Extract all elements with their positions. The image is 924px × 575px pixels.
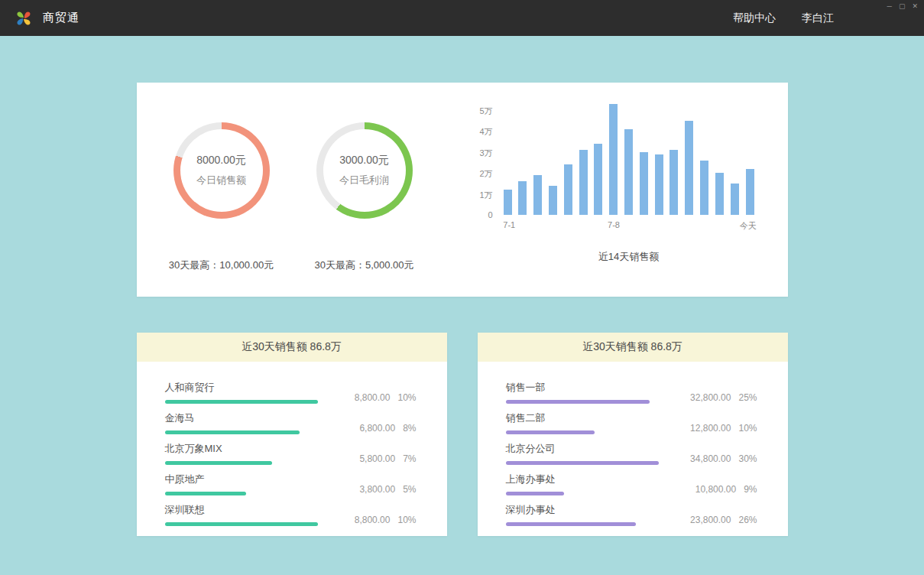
rank-name: 深圳联想 xyxy=(165,503,318,517)
rank-bar xyxy=(506,492,564,495)
sales-bar xyxy=(655,154,663,215)
rank-left: 销售二部 xyxy=(506,411,659,434)
y-tick-label: 2万 xyxy=(479,168,492,180)
rank-amount: 3,800.00 xyxy=(359,484,395,495)
sales-bar xyxy=(564,164,572,215)
rank-amount: 23,800.00 xyxy=(690,515,731,525)
rank-value: 5,800.007% xyxy=(359,453,416,465)
rank-row: 上海办事处10,800.009% xyxy=(506,466,757,495)
sales-trend-chart: 5万4万3万2万1万0 7-17-8今天 近14天销售额 xyxy=(423,83,788,297)
sales-30d-max-label: 30天最高：10,000.00元 xyxy=(169,258,274,272)
sales-bar xyxy=(533,175,542,215)
rank-card-body: 销售一部32,800.0025%销售二部12,800.0010%北京分公司34,… xyxy=(478,362,788,526)
y-axis: 5万4万3万2万1万0 xyxy=(473,110,502,215)
rank-track xyxy=(506,430,659,434)
overview-card: 8000.00元 今日销售额 30天最高：10,000.00元 3000.00元… xyxy=(137,83,788,297)
x-axis: 7-17-8今天 xyxy=(502,215,756,230)
rank-name: 销售一部 xyxy=(506,381,659,395)
rank-card-header: 近30天销售额 86.8万 xyxy=(478,333,788,362)
rank-name: 深圳办事处 xyxy=(506,503,659,517)
help-center-link[interactable]: 帮助中心 xyxy=(733,11,776,25)
donut-center: 3000.00元 今日毛利润 xyxy=(323,129,406,212)
rank-track xyxy=(165,522,318,526)
rank-row: 深圳联想8,800.0010% xyxy=(165,496,417,526)
rank-bar xyxy=(165,400,318,404)
donut-center: 8000.00元 今日销售额 xyxy=(180,129,263,212)
rank-left: 北京万象MIX xyxy=(165,442,318,465)
rank-card-header: 近30天销售额 86.8万 xyxy=(137,333,447,362)
rank-percent: 25% xyxy=(738,392,757,403)
sales-bar xyxy=(594,144,602,215)
sales-bar xyxy=(685,121,693,215)
rank-bar xyxy=(165,430,300,434)
rank-amount: 34,800.00 xyxy=(690,453,731,464)
rank-percent: 5% xyxy=(403,484,416,495)
rank-name: 中原地产 xyxy=(165,473,318,486)
rank-value: 34,800.0030% xyxy=(690,453,757,465)
rank-row: 北京万象MIX5,800.007% xyxy=(165,435,417,465)
rank-percent: 7% xyxy=(403,453,416,464)
rank-row: 深圳办事处23,800.0026% xyxy=(506,496,757,526)
rank-value: 6,800.008% xyxy=(359,423,416,434)
sales-bar xyxy=(715,173,724,215)
rank-row: 金海马6,800.008% xyxy=(165,404,417,434)
plot-wrap: 7-17-8今天 xyxy=(502,110,756,230)
user-menu[interactable]: 李白江 xyxy=(802,11,834,25)
rank-track xyxy=(506,461,659,465)
rank-bar xyxy=(165,522,318,526)
rank-value: 8,800.0010% xyxy=(355,515,417,526)
sales-bar xyxy=(731,184,739,215)
dashboard-content: 8000.00元 今日销售额 30天最高：10,000.00元 3000.00元… xyxy=(137,83,788,536)
close-button[interactable]: ✕ xyxy=(912,2,918,11)
rank-amount: 8,800.00 xyxy=(355,392,391,403)
sales-bar xyxy=(640,152,648,215)
rank-amount: 12,800.00 xyxy=(690,423,731,434)
today-sales-panel: 8000.00元 今日销售额 30天最高：10,000.00元 xyxy=(137,83,306,297)
rank-bar xyxy=(165,492,246,495)
rank-bar xyxy=(165,461,272,465)
maximize-button[interactable]: ▢ xyxy=(899,2,906,11)
rank-row: 人和商贸行8,800.0010% xyxy=(165,374,417,404)
rank-bar xyxy=(506,522,636,526)
rank-left: 北京分公司 xyxy=(506,442,659,465)
rank-card-body: 人和商贸行8,800.0010%金海马6,800.008%北京万象MIX5,80… xyxy=(137,362,447,526)
rank-track xyxy=(165,461,318,465)
rank-amount: 5,800.00 xyxy=(359,453,395,464)
donut-ring: 3000.00元 今日毛利润 xyxy=(316,122,413,219)
sales-bar xyxy=(609,104,618,215)
sales-bar xyxy=(518,181,527,215)
rank-percent: 10% xyxy=(738,423,757,434)
rank-percent: 10% xyxy=(397,392,416,403)
rank-track xyxy=(506,522,659,526)
sales-bar-plot xyxy=(502,110,756,215)
minimize-button[interactable]: ─ xyxy=(887,2,892,11)
window-controls: ─ ▢ ✕ xyxy=(887,2,918,11)
rank-name: 北京分公司 xyxy=(506,442,659,456)
rank-track xyxy=(165,400,318,404)
titlebar: 商贸通 帮助中心 李白江 ─ ▢ ✕ xyxy=(0,0,924,36)
rank-value: 8,800.0010% xyxy=(355,392,417,404)
rank-left: 销售一部 xyxy=(506,381,659,404)
rank-card-departments: 近30天销售额 86.8万 销售一部32,800.0025%销售二部12,800… xyxy=(478,333,788,536)
app-window: 商贸通 帮助中心 李白江 ─ ▢ ✕ 8000.00元 今日销售额 30天最高：… xyxy=(0,0,924,536)
rank-name: 金海马 xyxy=(165,411,318,425)
rank-percent: 8% xyxy=(403,423,416,434)
today-sales-value: 8000.00元 xyxy=(196,154,246,167)
rank-card-customers: 近30天销售额 86.8万 人和商贸行8,800.0010%金海马6,800.0… xyxy=(137,333,447,536)
rank-value: 32,800.0025% xyxy=(690,392,757,404)
rank-value: 3,800.005% xyxy=(359,484,416,495)
rank-percent: 26% xyxy=(738,515,757,525)
rank-cards-row: 近30天销售额 86.8万 人和商贸行8,800.0010%金海马6,800.0… xyxy=(137,333,788,536)
sales-bar xyxy=(579,150,588,215)
rank-percent: 30% xyxy=(738,453,757,464)
sales-bar xyxy=(549,186,557,215)
donut-ring: 8000.00元 今日销售额 xyxy=(173,122,270,219)
sales-bar xyxy=(669,150,678,215)
rank-percent: 9% xyxy=(744,484,757,495)
x-tick-label: 7-1 xyxy=(503,220,515,229)
chart-area: 5万4万3万2万1万0 7-17-8今天 xyxy=(473,110,756,230)
y-tick-label: 1万 xyxy=(479,190,492,201)
rank-value: 12,800.0010% xyxy=(690,423,757,434)
rank-name: 北京万象MIX xyxy=(165,442,318,456)
rank-left: 人和商贸行 xyxy=(165,381,318,404)
